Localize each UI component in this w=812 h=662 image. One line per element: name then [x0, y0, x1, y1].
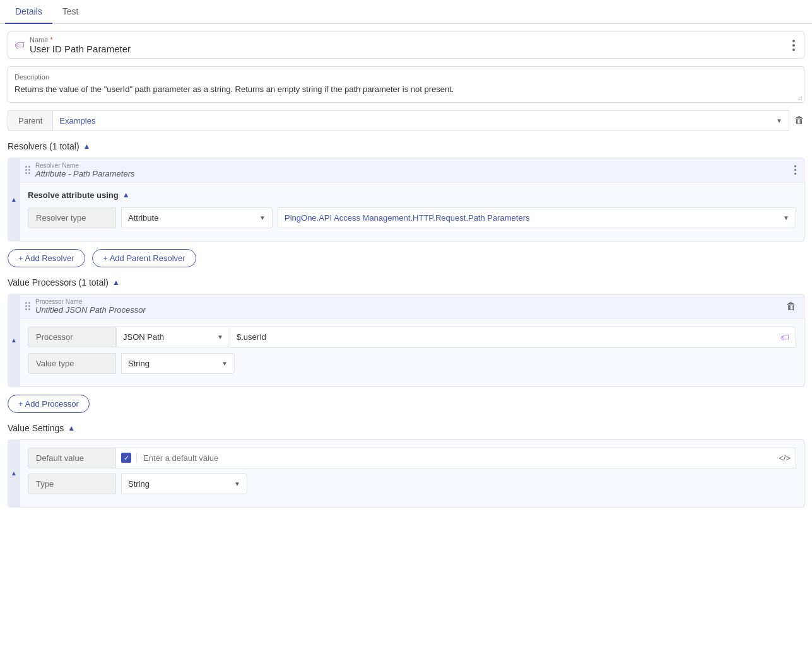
add-parent-resolver-button[interactable]: + Add Parent Resolver — [92, 249, 196, 267]
value-settings-collapse-bar-icon: ▲ — [11, 470, 17, 477]
value-settings-header: Value Settings ▲ — [8, 423, 804, 433]
default-value-input[interactable] — [137, 448, 774, 468]
parent-examples-row: Parent Examples ▼ 🗑 — [8, 110, 804, 131]
processor-card-body: Processor JSON Path ▼ $.userId 🏷 Value t… — [20, 319, 804, 386]
processor-type-value: JSON Path — [123, 332, 164, 342]
value-settings-collapse-icon[interactable]: ▲ — [68, 424, 75, 433]
examples-value: Examples — [59, 116, 95, 125]
main-content: 🏷 Name * User ID Path Parameter Descript… — [0, 24, 812, 525]
examples-chevron: ▼ — [776, 117, 782, 124]
value-settings-section: Value Settings ▲ ▲ Default value ✓ — [8, 423, 804, 508]
resolvers-collapse-icon[interactable]: ▲ — [83, 142, 91, 151]
tag-icon: 🏷 — [15, 40, 25, 51]
processor-card-header: Processor Name Untitled JSON Path Proces… — [20, 294, 804, 319]
resolver-type-row: Resolver type Attribute ▼ PingOne.API Ac… — [28, 207, 796, 228]
processor-collapse-bar[interactable]: ▲ — [8, 294, 20, 387]
processor-name-label: Processor Name — [35, 298, 784, 305]
value-settings-card-main: Default value ✓ </> Type St — [20, 439, 804, 508]
default-value-input-wrapper: ✓ </> — [116, 448, 796, 468]
name-field-inner: Name * User ID Path Parameter — [30, 36, 790, 54]
resolver-menu-button[interactable] — [792, 163, 799, 177]
processor-card-outer: ▲ Processor Name Untitled JSON Path Proc… — [8, 294, 804, 387]
resolver-path-chevron: ▼ — [783, 214, 789, 221]
value-type-label: Value type — [28, 353, 116, 374]
parent-delete-icon[interactable]: 🗑 — [794, 115, 804, 126]
resolver-card-body: Resolve attribute using ▲ Resolver type … — [20, 183, 804, 241]
processor-name-field: Processor Name Untitled JSON Path Proces… — [35, 298, 784, 315]
resolvers-section: Resolvers (1 total) ▲ ▲ Resolver Name — [8, 141, 804, 267]
resolver-actions: + Add Resolver + Add Parent Resolver — [8, 249, 804, 267]
parent-label: Parent — [8, 110, 52, 131]
resolver-type-label: Resolver type — [28, 207, 116, 228]
json-path-value: $.userId — [237, 332, 266, 342]
resolver-card-main: Resolver Name Attribute - Path Parameter… — [20, 158, 804, 241]
type-row: Type String ▼ — [28, 473, 796, 494]
default-value-checkbox-wrapper: ✓ — [116, 453, 137, 463]
default-value-checkbox[interactable]: ✓ — [121, 453, 131, 463]
value-settings-card-outer: ▲ Default value ✓ </> — [8, 439, 804, 508]
name-menu-button[interactable] — [790, 37, 797, 54]
resolver-type-chevron: ▼ — [259, 214, 266, 221]
description-value: Returns the value of the "userId" path p… — [15, 83, 797, 96]
resolve-using-label: Resolve attribute using — [28, 190, 119, 200]
resolver-name-value: Attribute - Path Parameters — [35, 169, 792, 178]
value-type-select[interactable]: String ▼ — [121, 353, 235, 374]
processor-collapse-bar-icon: ▲ — [11, 337, 17, 344]
add-resolver-button[interactable]: + Add Resolver — [8, 249, 85, 267]
name-label: Name * — [30, 36, 790, 44]
resolve-collapse-icon[interactable]: ▲ — [122, 190, 130, 199]
processor-type-select[interactable]: JSON Path ▼ — [116, 327, 230, 347]
examples-select[interactable]: Examples ▼ — [52, 110, 789, 131]
default-value-row: Default value ✓ </> — [28, 448, 796, 468]
resolve-using-header: Resolve attribute using ▲ — [28, 190, 796, 200]
processor-type-chevron: ▼ — [217, 334, 223, 340]
resolver-type-select[interactable]: Attribute ▼ — [121, 207, 273, 228]
processor-actions: + Add Processor — [8, 395, 804, 413]
json-path-input[interactable]: $.userId 🏷 — [230, 327, 796, 348]
processor-card-main: Processor Name Untitled JSON Path Proces… — [20, 294, 804, 387]
resize-handle: ⊿ — [797, 94, 803, 101]
tab-details[interactable]: Details — [5, 0, 52, 24]
resolver-path-value: PingOne.API Access Management.HTTP.Reque… — [285, 213, 530, 223]
resolver-drag-handle[interactable] — [25, 166, 30, 174]
processor-name-value: Untitled JSON Path Processor — [35, 305, 784, 315]
name-value: User ID Path Parameter — [30, 44, 790, 54]
code-icon[interactable]: </> — [774, 453, 796, 463]
name-field-container: 🏷 Name * User ID Path Parameter — [8, 32, 804, 59]
tab-test[interactable]: Test — [52, 0, 89, 24]
required-marker: * — [50, 36, 52, 44]
resolver-name-field: Resolver Name Attribute - Path Parameter… — [35, 162, 792, 178]
processor-delete-button[interactable]: 🗑 — [784, 298, 799, 315]
resolver-card-outer: ▲ Resolver Name Attribute - Path Paramet… — [8, 158, 804, 241]
type-value: String — [128, 479, 150, 489]
value-processors-header: Value Processors (1 total) ▲ — [8, 277, 804, 287]
value-settings-card-body: Default value ✓ </> Type St — [20, 440, 804, 507]
processor-type-row: Processor JSON Path ▼ $.userId 🏷 — [28, 327, 796, 348]
description-container: Description Returns the value of the "us… — [8, 66, 804, 103]
processor-label: Processor — [28, 327, 116, 347]
add-processor-button[interactable]: + Add Processor — [8, 395, 90, 413]
resolvers-header: Resolvers (1 total) ▲ — [8, 141, 804, 151]
processor-drag-handle[interactable] — [25, 302, 30, 310]
value-processors-section: Value Processors (1 total) ▲ ▲ Processor… — [8, 277, 804, 413]
resolver-type-value: Attribute — [128, 213, 158, 223]
value-type-row: Value type String ▼ — [28, 353, 796, 374]
resolvers-title: Resolvers (1 total) — [8, 141, 79, 151]
value-settings-title: Value Settings — [8, 423, 64, 433]
description-label: Description — [15, 73, 797, 81]
resolver-card-header: Resolver Name Attribute - Path Parameter… — [20, 158, 804, 183]
type-label: Type — [28, 473, 116, 494]
resolver-name-label: Resolver Name — [35, 162, 792, 169]
value-type-chevron: ▼ — [221, 360, 228, 367]
resolver-path-select[interactable]: PingOne.API Access Management.HTTP.Reque… — [278, 207, 796, 228]
value-processors-title: Value Processors (1 total) — [8, 277, 109, 287]
value-type-value: String — [128, 359, 150, 368]
value-settings-collapse-bar[interactable]: ▲ — [8, 439, 20, 508]
resolver-collapse-bar-icon: ▲ — [11, 196, 17, 203]
type-chevron: ▼ — [234, 480, 240, 487]
json-path-tag-icon[interactable]: 🏷 — [780, 332, 789, 342]
resolver-collapse-bar[interactable]: ▲ — [8, 158, 20, 241]
tabs-container: Details Test — [0, 0, 812, 24]
type-select[interactable]: String ▼ — [121, 473, 247, 494]
value-processors-collapse-icon[interactable]: ▲ — [112, 278, 120, 287]
